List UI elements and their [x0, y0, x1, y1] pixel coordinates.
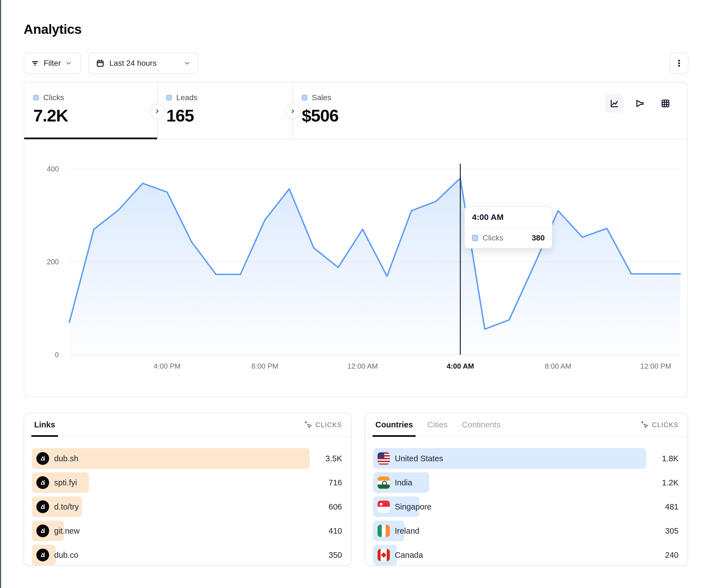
- tooltip-time: 4:00 AM: [465, 207, 552, 228]
- filter-button[interactable]: Filter: [24, 53, 81, 74]
- link-clicks-value: 716: [329, 472, 342, 493]
- country-label: United States: [395, 454, 443, 463]
- tab-leads[interactable]: Leads 165: [157, 82, 293, 139]
- tab-clicks[interactable]: Clicks 7.2K: [24, 82, 157, 139]
- link-row[interactable]: dub.co350: [32, 545, 343, 565]
- ie-flag-icon: [378, 525, 390, 537]
- x-axis-label: 12:00 PM: [640, 362, 671, 370]
- leads-legend-swatch: [166, 95, 172, 100]
- country-clicks-value: 481: [665, 496, 678, 517]
- chart-area-fill: [69, 178, 680, 355]
- country-row[interactable]: Singapore481: [373, 496, 680, 517]
- tab-sales[interactable]: Sales $506: [293, 82, 428, 139]
- y-axis-label-400: 400: [47, 165, 59, 173]
- table-view-button[interactable]: [656, 94, 675, 113]
- country-clicks-value: 1.2K: [662, 472, 678, 493]
- link-clicks-value: 606: [329, 496, 342, 517]
- dub-logo-icon: [36, 524, 49, 537]
- filter-label: Filter: [44, 59, 61, 68]
- tab-links[interactable]: Links: [33, 413, 56, 436]
- sg-flag-icon: [378, 501, 390, 513]
- countries-metric-selector[interactable]: CLICKS: [641, 413, 678, 436]
- x-axis-label: 12:00 AM: [347, 362, 378, 370]
- link-label: git.new: [54, 526, 80, 536]
- x-axis-label: 8:00 PM: [252, 362, 278, 370]
- chart-tooltip: 4:00 AM Clicks 380: [464, 206, 553, 249]
- x-axis-label: 8:00 AM: [545, 362, 571, 370]
- dub-logo-icon: [36, 500, 49, 513]
- chevron-down-icon: [65, 59, 72, 67]
- line-chart-icon: [609, 98, 620, 109]
- tab-continents[interactable]: Continents: [461, 413, 502, 436]
- tooltip-legend-swatch: [472, 235, 478, 241]
- stats-tab-row: Clicks 7.2K Leads 165 Sales $506: [24, 82, 687, 139]
- expand-clicks-button[interactable]: [149, 104, 165, 119]
- sales-legend-swatch: [302, 95, 307, 100]
- ca-flag-icon: [378, 549, 390, 561]
- country-clicks-value: 1.8K: [662, 448, 678, 469]
- link-row[interactable]: dub.sh3.5K: [32, 448, 343, 469]
- country-row[interactable]: Canada240: [373, 545, 680, 565]
- country-label: India: [395, 478, 412, 487]
- link-label: dub.sh: [54, 454, 78, 463]
- country-row[interactable]: Ireland305: [373, 521, 680, 541]
- link-clicks-value: 350: [329, 545, 342, 565]
- analytics-page: Analytics Filter Last 24 hours: [0, 0, 711, 588]
- chevron-down-icon: [183, 59, 191, 67]
- dub-logo-icon: [36, 476, 49, 489]
- country-row[interactable]: India1.2K: [373, 472, 680, 493]
- country-label: Canada: [395, 550, 423, 560]
- link-row[interactable]: spti.fyi716: [32, 472, 343, 493]
- sales-total-value: $506: [302, 106, 339, 126]
- links-metric-selector[interactable]: CLICKS: [304, 413, 342, 436]
- countries-metric-label: CLICKS: [652, 421, 678, 429]
- date-range-button[interactable]: Last 24 hours: [88, 53, 198, 74]
- links-row-list: dub.sh3.5Kspti.fyi716d.to/try606git.new4…: [24, 448, 351, 565]
- y-axis-label-0: 0: [55, 350, 59, 359]
- link-row[interactable]: d.to/try606: [32, 496, 343, 517]
- tab-cities[interactable]: Cities: [426, 413, 449, 436]
- clicks-tab-label: Clicks: [43, 93, 64, 102]
- tab-countries[interactable]: Countries: [374, 413, 414, 436]
- calendar-icon: [95, 59, 105, 68]
- links-panel: Links CLICKS dub.sh3.5Kspti.fyi716d.to/t…: [24, 413, 351, 566]
- in-flag-icon: [378, 476, 390, 489]
- cities-tab-label: Cities: [427, 420, 448, 429]
- leads-tab-label: Leads: [176, 93, 197, 102]
- dub-logo-icon: [36, 549, 49, 561]
- analytics-card: Clicks 7.2K Leads 165 Sales $506: [24, 82, 688, 397]
- continents-tab-label: Continents: [462, 420, 500, 429]
- expand-leads-button[interactable]: [285, 104, 300, 119]
- link-clicks-value: 3.5K: [325, 448, 342, 469]
- filter-icon: [30, 59, 40, 68]
- link-label: spti.fyi: [54, 478, 77, 487]
- clicks-chart[interactable]: 02004004:00 PM8:00 PM12:00 AM4:00 AM8:00…: [24, 139, 689, 397]
- clicks-legend-swatch: [33, 95, 39, 100]
- link-label: dub.co: [54, 550, 78, 560]
- page-title: Analytics: [24, 22, 82, 37]
- tooltip-series-label: Clicks: [482, 233, 503, 243]
- country-clicks-value: 305: [665, 521, 678, 541]
- link-row[interactable]: git.new410: [32, 521, 343, 541]
- line-chart-view-button[interactable]: [605, 94, 624, 113]
- cursor-click-icon: [641, 421, 649, 429]
- cursor-click-icon: [304, 421, 313, 429]
- countries-row-list: United States1.8KIndia1.2KSingapore481Ir…: [365, 448, 687, 565]
- funnel-chart-icon: [635, 98, 645, 109]
- x-axis-label: 4:00 AM: [447, 362, 474, 370]
- links-metric-label: CLICKS: [316, 421, 342, 429]
- countries-panel: Countries Cities Continents CLICKS Unite…: [365, 413, 688, 566]
- dub-logo-icon: [36, 452, 49, 465]
- chart-type-toggle: [605, 94, 675, 113]
- country-row[interactable]: United States1.8K: [373, 448, 680, 469]
- leads-total-value: 165: [166, 106, 194, 126]
- link-clicks-value: 410: [329, 521, 342, 541]
- date-range-label: Last 24 hours: [109, 59, 156, 68]
- grid-table-icon: [660, 98, 671, 109]
- sales-tab-label: Sales: [312, 93, 331, 102]
- area-chart-canvas[interactable]: 02004004:00 PM8:00 PM12:00 AM4:00 AM8:00…: [24, 139, 689, 397]
- funnel-view-button[interactable]: [631, 94, 649, 113]
- more-options-button[interactable]: [670, 53, 689, 74]
- country-clicks-value: 240: [665, 545, 678, 565]
- kebab-menu-icon: [674, 59, 684, 68]
